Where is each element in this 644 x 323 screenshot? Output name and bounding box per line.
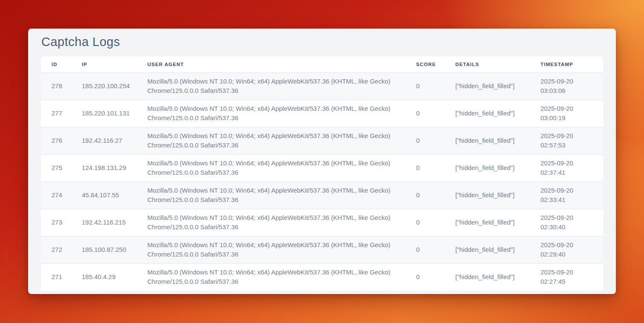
cell-ip: 185.220.101.131 (82, 100, 147, 127)
cell-id: 272 (41, 236, 82, 263)
cell-user-agent: Mozilla/5.0 (Windows NT 10.0; Win64; x64… (147, 209, 416, 236)
cell-details: ["hidden_field_filled"] (455, 236, 540, 263)
cell-ip: 124.198.131.29 (82, 154, 147, 182)
cell-score: 0 (416, 236, 455, 263)
cell-user-agent: Mozilla/5.0 (Windows NT 10.0; Win64; x64… (147, 100, 416, 127)
cell-user-agent: Mozilla/5.0 (Windows NT 10.0; Win64; x64… (147, 72, 416, 100)
cell-details: ["hidden_field_filled"] (455, 127, 540, 154)
cell-timestamp: 2025-09-20 02:37:41 (540, 154, 603, 182)
cell-timestamp: 2025-09-20 02:27:45 (540, 263, 603, 291)
cell-details: ["hidden_field_filled"] (455, 72, 540, 100)
cell-details: ["hidden_field_filled"] (455, 182, 540, 209)
cell-user-agent: Mozilla/5.0 (Windows NT 10.0; Win64; x64… (147, 263, 416, 291)
cell-details: ["hidden_field_filled"] (455, 209, 540, 236)
cell-user-agent: Mozilla/5.0 (Windows NT 10.0; Win64; x64… (147, 154, 416, 182)
column-header-details: DETAILS (455, 56, 540, 72)
column-header-timestamp: TIMESTAMP (540, 56, 603, 72)
log-table-container: ID IP USER AGENT SCORE DETAILS TIMESTAMP… (41, 56, 603, 291)
cell-details: ["hidden_field_filled"] (455, 100, 540, 127)
cell-details: ["hidden_field_filled"] (455, 154, 540, 182)
cell-ip: 192.42.116.215 (82, 209, 147, 236)
table-row: 272 185.100.87.250 Mozilla/5.0 (Windows … (41, 236, 603, 263)
column-header-user-agent: USER AGENT (147, 56, 416, 72)
table-row: 273 192.42.116.215 Mozilla/5.0 (Windows … (41, 209, 603, 236)
table-row: 277 185.220.101.131 Mozilla/5.0 (Windows… (41, 100, 603, 127)
table-row: 276 192.42.116.27 Mozilla/5.0 (Windows N… (41, 127, 603, 154)
column-header-score: SCORE (416, 56, 455, 72)
table-row: 271 185.40.4.29 Mozilla/5.0 (Windows NT … (41, 263, 603, 291)
cell-id: 277 (41, 100, 82, 127)
cell-score: 0 (416, 72, 455, 100)
cell-user-agent: Mozilla/5.0 (Windows NT 10.0; Win64; x64… (147, 236, 416, 263)
cell-id: 276 (41, 127, 82, 154)
captcha-logs-card: Captcha Logs ID IP USER AGENT SCORE (28, 29, 616, 294)
header-row: ID IP USER AGENT SCORE DETAILS TIMESTAMP (41, 56, 603, 72)
cell-id: 271 (41, 263, 82, 291)
cell-score: 0 (416, 263, 455, 291)
cell-ip: 192.42.116.27 (82, 127, 147, 154)
cell-ip: 185.220.100.254 (82, 72, 147, 100)
column-header-ip: IP (82, 56, 147, 72)
cell-ip: 185.100.87.250 (82, 236, 147, 263)
captcha-logs-table: ID IP USER AGENT SCORE DETAILS TIMESTAMP… (41, 56, 603, 291)
cell-timestamp: 2025-09-20 02:30:40 (540, 209, 603, 236)
app-background: Captcha Logs ID IP USER AGENT SCORE (0, 0, 644, 323)
cell-ip: 185.40.4.29 (82, 263, 147, 291)
column-header-id: ID (41, 56, 82, 72)
cell-timestamp: 2025-09-20 02:29:40 (540, 236, 603, 263)
cell-score: 0 (416, 182, 455, 209)
cell-id: 275 (41, 154, 82, 182)
cell-id: 274 (41, 182, 82, 209)
cell-id: 278 (41, 72, 82, 100)
cell-id: 273 (41, 209, 82, 236)
table-row: 275 124.198.131.29 Mozilla/5.0 (Windows … (41, 154, 603, 182)
cell-timestamp: 2025-09-20 03:03:06 (540, 72, 603, 100)
page-title: Captcha Logs (41, 35, 603, 49)
cell-user-agent: Mozilla/5.0 (Windows NT 10.0; Win64; x64… (147, 182, 416, 209)
table-row: 274 45.84.107.55 Mozilla/5.0 (Windows NT… (41, 182, 603, 209)
cell-score: 0 (416, 209, 455, 236)
cell-score: 0 (416, 100, 455, 127)
cell-ip: 45.84.107.55 (82, 182, 147, 209)
table-row: 278 185.220.100.254 Mozilla/5.0 (Windows… (41, 72, 603, 100)
table-header: ID IP USER AGENT SCORE DETAILS TIMESTAMP (41, 56, 603, 72)
cell-score: 0 (416, 154, 455, 182)
cell-timestamp: 2025-09-20 02:57:53 (540, 127, 603, 154)
cell-details: ["hidden_field_filled"] (455, 263, 540, 291)
cell-user-agent: Mozilla/5.0 (Windows NT 10.0; Win64; x64… (147, 127, 416, 154)
cell-timestamp: 2025-09-20 03:00:19 (540, 100, 603, 127)
cell-score: 0 (416, 127, 455, 154)
cell-timestamp: 2025-09-20 02:33:41 (540, 182, 603, 209)
table-body: 278 185.220.100.254 Mozilla/5.0 (Windows… (41, 72, 603, 291)
